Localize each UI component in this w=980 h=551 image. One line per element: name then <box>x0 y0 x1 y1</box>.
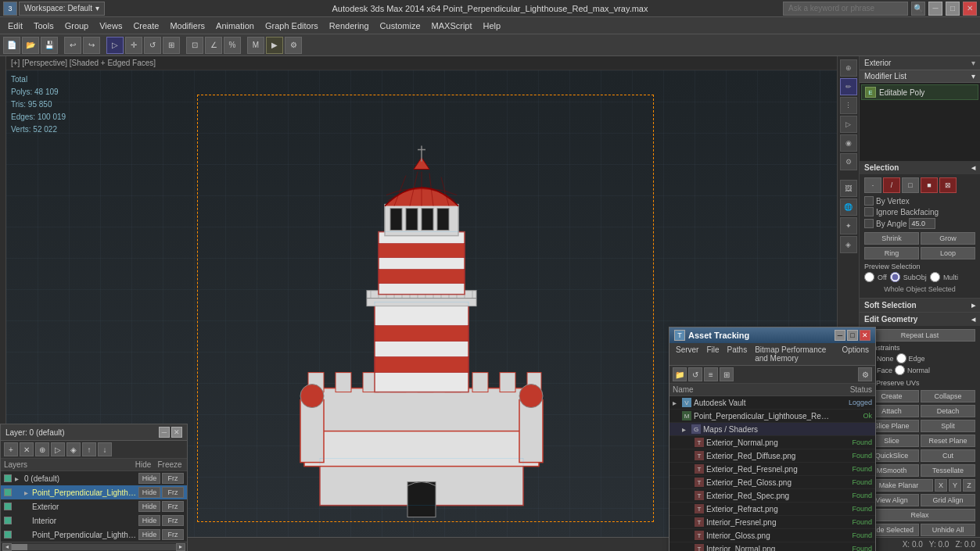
at-row-8[interactable]: T Exterior_Refract.png Found <box>669 503 875 516</box>
toolbar-percent[interactable]: % <box>224 37 241 54</box>
toolbar-render[interactable]: ▶ <box>266 37 283 54</box>
icon-modify[interactable]: ✏ <box>840 78 857 95</box>
minimize-button[interactable]: ─ <box>928 2 942 16</box>
icon-create[interactable]: ⊕ <box>840 59 857 77</box>
at-row-7[interactable]: T Exterior_Red_Spec.png Found <box>669 489 875 503</box>
modifier-editable-poly[interactable]: E Editable Poly <box>861 84 978 100</box>
layer-tool-new[interactable]: + <box>4 442 18 456</box>
menu-maxscript[interactable]: MAXScript <box>427 20 477 32</box>
subobj-edge[interactable]: / <box>883 177 900 193</box>
subobj-polygon[interactable]: ■ <box>921 177 938 193</box>
layer-tool-up[interactable]: ↑ <box>82 442 96 456</box>
at-minimize[interactable]: ─ <box>835 330 845 341</box>
at-row-10[interactable]: T Interior_Gloss.png Found <box>669 529 875 542</box>
ignore-backfacing-checkbox[interactable] <box>864 207 874 216</box>
toolbar-angle[interactable]: ∠ <box>205 37 222 54</box>
at-row-9[interactable]: T Interior_Fresnel.png Found <box>669 516 875 529</box>
menu-animation[interactable]: Animation <box>211 20 259 32</box>
loop-button[interactable]: Loop <box>921 247 975 259</box>
toolbar-undo[interactable]: ↩ <box>64 37 81 54</box>
toolbar-redo[interactable]: ↪ <box>83 37 100 54</box>
at-row-6[interactable]: T Exterior_Red_Gloss.png Found <box>669 476 875 489</box>
ring-button[interactable]: Ring <box>864 247 919 259</box>
grid-align-button[interactable]: Grid Align <box>921 494 975 506</box>
layer-tool-delete[interactable]: ✕ <box>20 442 34 456</box>
toolbar-save[interactable]: 💾 <box>41 37 58 54</box>
layer-tool-down[interactable]: ↓ <box>98 442 112 456</box>
menu-help[interactable]: Help <box>479 20 506 32</box>
subobj-radio[interactable] <box>890 272 900 282</box>
modifier-list-header[interactable]: Modifier List ▾ <box>860 70 980 83</box>
tessellate-button[interactable]: Tessellate <box>921 464 975 477</box>
menu-customize[interactable]: Customize <box>375 20 425 32</box>
layer-row-default[interactable]: ▸ 0 (default) Hide Frz <box>1 471 187 485</box>
at-row-vault[interactable]: ▸ V Autodesk Vault Logged <box>669 396 875 410</box>
icon-motion[interactable]: ▷ <box>840 116 857 133</box>
grow-button[interactable]: Grow <box>921 232 975 245</box>
icon-render-scene[interactable]: 🖼 <box>840 180 857 197</box>
at-close[interactable]: ✕ <box>860 330 871 341</box>
maximize-button[interactable]: □ <box>946 2 960 16</box>
layer-freeze-btn-ext[interactable]: Frz <box>162 501 184 512</box>
at-tool-extra[interactable]: ⚙ <box>858 367 872 381</box>
icon-utility[interactable]: ⚙ <box>840 153 857 170</box>
at-menu-server[interactable]: Server <box>673 345 702 363</box>
at-row-3[interactable]: T Exterior_Normal.png Found <box>669 436 875 449</box>
at-maximize[interactable]: □ <box>847 330 858 341</box>
x-button[interactable]: X <box>935 479 947 492</box>
menu-create[interactable]: Create <box>128 20 163 32</box>
close-button[interactable]: ✕ <box>963 2 977 16</box>
menu-group[interactable]: Group <box>60 20 94 32</box>
detach-button[interactable]: Detach <box>921 405 975 417</box>
cut-button[interactable]: Cut <box>921 449 975 462</box>
toolbar-move[interactable]: ✛ <box>125 37 142 54</box>
repeat-last-button[interactable]: Repeat Last <box>864 329 975 342</box>
at-tool-options[interactable]: ⊞ <box>720 367 734 381</box>
layer-tool-select[interactable]: ▷ <box>51 442 65 456</box>
toolbar-select[interactable]: ▷ <box>106 37 124 54</box>
viewport-header[interactable]: [+] [Perspective] [Shaded + Edged Faces] <box>6 56 837 70</box>
subobj-border[interactable]: □ <box>902 177 919 193</box>
layer-panel-minimize[interactable]: ─ <box>159 427 170 438</box>
layer-scroll-right[interactable]: ▸ <box>176 543 185 551</box>
layer-hide-btn-lh[interactable]: Hide <box>138 487 160 498</box>
reset-plane-button[interactable]: Reset Plane <box>921 435 975 447</box>
layer-hide-btn-int[interactable]: Hide <box>138 515 160 526</box>
workspace-dropdown[interactable]: Workspace: Default ▾ <box>19 2 105 16</box>
y-button[interactable]: Y <box>949 479 961 492</box>
menu-modifiers[interactable]: Modifiers <box>165 20 210 32</box>
section-edit-geometry-header[interactable]: Edit Geometry ◂ <box>860 313 980 326</box>
z-button[interactable]: Z <box>963 479 975 492</box>
icon-raytracer[interactable]: ◈ <box>840 236 857 253</box>
unhide-all-button[interactable]: Unhide All <box>921 524 975 536</box>
toolbar-material[interactable]: M <box>247 37 264 54</box>
layer-freeze-btn-lh[interactable]: Frz <box>162 487 184 498</box>
layer-hide-btn-lh2[interactable]: Hide <box>138 529 160 540</box>
by-vertex-checkbox[interactable] <box>864 196 874 206</box>
layer-scroll-left[interactable]: ◂ <box>2 543 12 551</box>
layer-tool-add-sel[interactable]: ⊕ <box>35 442 49 456</box>
layer-freeze-btn-lh2[interactable]: Frz <box>162 529 184 540</box>
icon-environment[interactable]: 🌐 <box>840 199 857 216</box>
search-input[interactable] <box>783 2 908 16</box>
multi-radio[interactable] <box>930 272 940 282</box>
layer-tool-highlight[interactable]: ◈ <box>66 442 81 456</box>
toolbar-render-setup[interactable]: ⚙ <box>285 37 302 54</box>
icon-render-effects[interactable]: ✦ <box>840 217 857 234</box>
section-soft-selection-header[interactable]: Soft Selection ▸ <box>860 299 980 312</box>
toolbar-new[interactable]: 📄 <box>3 37 20 54</box>
at-row-maxfile[interactable]: M Point_Perpendicular_Lighthouse_Red_max… <box>669 410 875 423</box>
shrink-button[interactable]: Shrink <box>864 232 919 245</box>
layer-hide-btn-ext[interactable]: Hide <box>138 501 160 512</box>
at-menu-paths[interactable]: Paths <box>724 345 751 363</box>
edge-radio[interactable] <box>896 353 906 363</box>
at-row-11[interactable]: T Interior_Normal.png Found <box>669 542 875 551</box>
layer-hide-btn-default[interactable]: Hide <box>138 473 160 484</box>
normal-radio[interactable] <box>895 365 905 375</box>
menu-edit[interactable]: Edit <box>3 20 27 32</box>
layer-row-lh2[interactable]: Point_Perpendicular_Lighthouse_Red Hide … <box>1 528 187 542</box>
icon-hierarchy[interactable]: ⋮ <box>840 97 857 114</box>
at-tool-strip[interactable]: ≡ <box>704 367 718 381</box>
toolbar-rotate[interactable]: ↺ <box>144 37 161 54</box>
relax-button[interactable]: Relax <box>864 509 975 521</box>
